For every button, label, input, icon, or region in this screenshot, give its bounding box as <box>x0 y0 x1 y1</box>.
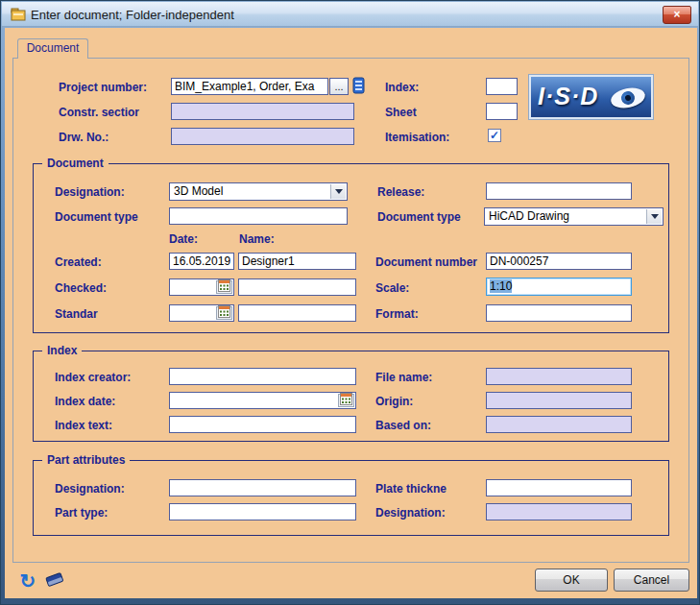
close-icon: × <box>673 8 680 21</box>
document-type-left-input[interactable] <box>169 207 348 225</box>
tab-document[interactable]: Document <box>17 38 88 59</box>
ok-button[interactable]: OK <box>535 569 608 592</box>
part-designation2-label: Designation: <box>375 506 446 520</box>
part-designation-label: Designation: <box>55 482 125 496</box>
file-name-label: File name: <box>375 371 432 384</box>
checked-date-picker-button[interactable] <box>216 280 232 294</box>
cancel-button[interactable]: Cancel <box>614 569 689 592</box>
drw-no-input[interactable] <box>171 128 354 145</box>
format-label: Format: <box>375 307 419 321</box>
release-label: Release: <box>377 185 424 199</box>
file-name-input[interactable] <box>486 368 632 385</box>
drw-no-label: Drw. No.: <box>59 131 109 144</box>
part-attributes-group: Part attributes <box>33 460 669 536</box>
designation-dropdown[interactable]: 3D Model <box>169 182 348 201</box>
close-button[interactable]: × <box>663 6 691 24</box>
scale-value: 1:10 <box>490 279 512 293</box>
index-date-picker-button[interactable] <box>338 394 354 407</box>
app-icon <box>11 7 26 22</box>
index-date-label: Index date: <box>55 395 115 408</box>
document-type-left-label: Document type <box>55 210 138 224</box>
window-title: Enter document; Folder-independent <box>31 8 234 22</box>
sheet-input[interactable] <box>486 103 518 120</box>
index-date-input[interactable] <box>169 392 356 409</box>
based-on-label: Based on: <box>375 419 431 432</box>
isd-logo: I·S·D <box>528 74 654 120</box>
created-date-input[interactable] <box>169 253 234 270</box>
constr-section-input[interactable] <box>171 103 354 120</box>
index-creator-label: Index creator: <box>55 371 131 384</box>
refresh-icon: ↻ <box>20 571 36 591</box>
document-number-label: Document number <box>375 255 477 269</box>
project-catalog-button[interactable] <box>349 76 370 97</box>
isd-logo-text: I·S·D <box>538 83 598 110</box>
origin-input[interactable] <box>486 392 632 409</box>
designation-value: 3D Model <box>174 184 223 198</box>
created-name-input[interactable] <box>238 253 356 270</box>
eraser-icon <box>44 570 65 593</box>
checked-date-input[interactable] <box>169 278 234 296</box>
project-browse-button[interactable]: ... <box>329 78 349 95</box>
title-bar[interactable]: Enter document; Folder-independent × <box>2 2 698 27</box>
itemisation-checkbox[interactable]: ✓ <box>488 129 501 142</box>
calendar-icon <box>218 279 230 295</box>
check-icon: ✓ <box>490 129 499 142</box>
document-type-dropdown[interactable]: HiCAD Drawing <box>484 207 664 226</box>
index-text-input[interactable] <box>169 416 356 433</box>
document-group-title: Document <box>42 157 109 170</box>
part-designation-input[interactable] <box>169 479 356 496</box>
standard-date-input[interactable] <box>169 304 234 322</box>
eye-icon <box>609 85 646 110</box>
standard-name-input[interactable] <box>238 304 356 322</box>
date-column-header: Date: <box>169 232 198 246</box>
origin-label: Origin: <box>375 395 413 408</box>
created-label: Created: <box>55 255 102 269</box>
clear-fields-button[interactable] <box>43 569 66 593</box>
project-number-label: Project number: <box>59 81 147 94</box>
part-attributes-group-title: Part attributes <box>42 453 130 467</box>
index-input[interactable] <box>486 78 518 95</box>
dialog-window: Enter document; Folder-independent × Doc… <box>0 0 700 605</box>
document-type-right-label: Document type <box>377 210 461 224</box>
part-designation2-input[interactable] <box>486 503 632 520</box>
format-input[interactable] <box>486 304 632 322</box>
document-type-value: HiCAD Drawing <box>489 209 569 223</box>
dialog-content: Document Project number: ... Index: I·S·… <box>5 28 697 598</box>
catalog-icon <box>352 77 366 97</box>
scale-label: Scale: <box>375 281 409 295</box>
constr-section-label: Constr. sectior <box>59 106 139 119</box>
dropdown-arrow-icon[interactable] <box>330 184 346 199</box>
plate-thickness-input[interactable] <box>486 479 632 496</box>
checked-label: Checked: <box>55 281 107 295</box>
index-text-label: Index text: <box>55 419 112 432</box>
part-type-input[interactable] <box>169 503 356 520</box>
sheet-label: Sheet <box>385 106 417 119</box>
project-number-input[interactable] <box>171 78 328 95</box>
document-number-input[interactable] <box>486 253 632 270</box>
standard-label: Standar <box>55 307 98 321</box>
calendar-icon <box>340 393 352 408</box>
dropdown-arrow-icon[interactable] <box>646 209 662 224</box>
designation-label: Designation: <box>55 185 125 199</box>
part-type-label: Part type: <box>55 506 108 520</box>
index-creator-input[interactable] <box>169 368 356 385</box>
checked-name-input[interactable] <box>238 278 356 296</box>
standard-date-picker-button[interactable] <box>216 306 232 320</box>
plate-thickness-label: Plate thickne <box>375 482 447 496</box>
index-label: Index: <box>385 81 419 94</box>
calendar-icon <box>218 305 230 321</box>
release-input[interactable] <box>486 182 632 200</box>
name-column-header: Name: <box>239 232 275 246</box>
index-group-title: Index <box>42 344 82 357</box>
itemisation-label: Itemisation: <box>385 131 449 144</box>
scale-input[interactable]: 1:10 <box>486 278 632 296</box>
based-on-input[interactable] <box>486 416 632 433</box>
refresh-button[interactable]: ↻ <box>16 569 39 593</box>
